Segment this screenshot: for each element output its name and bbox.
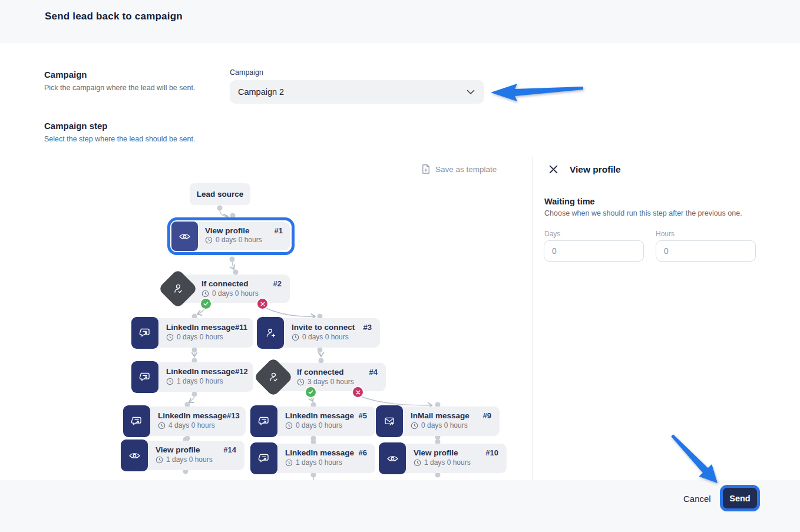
lead-source-node[interactable]: Lead source (190, 183, 250, 205)
days-input[interactable] (544, 240, 644, 262)
node-step-number: #14 (223, 445, 236, 454)
campaign-select-value: Campaign 2 (238, 87, 284, 97)
person-plus-icon (257, 317, 284, 349)
hours-input[interactable] (656, 240, 756, 262)
flow-node-inmail-message-9[interactable]: InMail message #9 0 days 0 hours (377, 407, 500, 436)
clock-icon (205, 236, 213, 244)
node-step-number: #9 (483, 411, 491, 420)
eye-icon (121, 440, 148, 471)
send-button[interactable]: Send (720, 485, 760, 511)
node-title: InMail message (411, 411, 470, 420)
node-title: LinkedIn message (166, 323, 235, 332)
file-plus-icon (421, 164, 431, 174)
flow-node-invite-to-connect-3[interactable]: Invite to connect #3 0 days 0 hours (258, 318, 380, 348)
node-step-number: #11 (235, 323, 247, 332)
node-title: View profile (414, 448, 458, 457)
node-step-number: #5 (359, 411, 367, 420)
panel-title: View profile (570, 164, 621, 175)
clock-icon (166, 333, 174, 341)
flow-node-view-profile-1-selected[interactable]: View profile #1 0 days 0 hours (167, 217, 295, 255)
message-icon (131, 361, 158, 393)
panel-divider (532, 157, 533, 480)
clock-icon (414, 459, 421, 467)
node-step-number: #10 (485, 448, 498, 457)
node-title: View profile (156, 445, 200, 454)
modal-header: Send lead back to campaign (0, 0, 800, 43)
clock-icon (411, 422, 418, 429)
clock-icon (201, 290, 209, 298)
condition-no-badge[interactable] (257, 299, 267, 309)
condition-yes-badge[interactable] (306, 387, 316, 397)
mail-icon (376, 405, 403, 437)
waiting-time-title: Waiting time (544, 197, 595, 206)
cancel-button[interactable]: Cancel (679, 490, 716, 507)
node-title: Invite to connect (292, 323, 355, 332)
campaign-field-label: Campaign (230, 68, 263, 77)
eye-icon (171, 222, 198, 251)
message-icon (250, 405, 277, 437)
node-title: LinkedIn message (285, 411, 354, 420)
clock-icon (166, 378, 174, 385)
save-as-template-button[interactable]: Save as template (421, 164, 497, 174)
campaign-section-label: Campaign (44, 70, 209, 80)
node-step-number: #3 (363, 323, 372, 332)
campaign-select[interactable]: Campaign 2 (230, 80, 484, 104)
hours-label: Hours (656, 230, 675, 238)
campaign-section-description: Pick the campaign where the lead will be… (44, 84, 209, 92)
node-step-number: #4 (369, 368, 378, 376)
chevron-down-icon (467, 90, 475, 95)
clock-icon (292, 333, 299, 341)
node-step-number: #1 (275, 226, 283, 235)
eye-icon (379, 442, 406, 474)
flow-node-linkedin-message-12[interactable]: LinkedIn message #12 1 days 0 hours (133, 362, 253, 392)
clock-icon (156, 456, 163, 464)
node-step-number: #13 (227, 411, 240, 420)
flow-node-linkedin-message-5[interactable]: LinkedIn message #5 0 days 0 hours (252, 407, 375, 436)
close-icon[interactable] (549, 165, 558, 174)
condition-no-badge[interactable] (353, 387, 363, 397)
flow-node-linkedin-message-11[interactable]: LinkedIn message #11 0 days 0 hours (133, 318, 253, 348)
node-step-number: #12 (235, 367, 248, 376)
message-icon (131, 317, 158, 349)
flow-node-view-profile-10[interactable]: View profile #10 1 days 0 hours (380, 444, 507, 473)
flow-node-view-profile-14[interactable]: View profile #14 1 days 0 hours (122, 441, 244, 470)
campaign-step-section-label: Campaign step (44, 121, 209, 131)
flow-node-linkedin-message-13[interactable]: LinkedIn message #13 4 days 0 hours (124, 407, 246, 436)
node-title: LinkedIn message (166, 367, 235, 376)
campaign-step-section-description: Select the step where the lead should be… (44, 135, 209, 143)
node-title: LinkedIn message (285, 448, 354, 457)
send-button-arrow (671, 434, 718, 483)
node-step-number: #2 (273, 279, 282, 288)
clock-icon (285, 459, 293, 467)
waiting-time-description: Choose when we should run this step afte… (544, 209, 742, 217)
message-icon (250, 442, 277, 474)
days-label: Days (544, 230, 560, 238)
node-title: If connected (201, 279, 249, 288)
node-step-number: #6 (359, 448, 367, 457)
campaign-select-arrow (491, 84, 583, 101)
campaign-step-section: Campaign step Select the step where the … (44, 121, 209, 143)
clock-icon (285, 422, 293, 429)
modal-title: Send lead back to campaign (45, 11, 183, 22)
clock-icon (297, 378, 305, 386)
message-icon (123, 405, 150, 437)
node-title: If connected (297, 368, 344, 376)
node-title: View profile (205, 226, 250, 235)
node-title: LinkedIn message (158, 411, 227, 420)
condition-yes-badge[interactable] (201, 299, 211, 309)
clock-icon (158, 422, 166, 429)
campaign-section: Campaign Pick the campaign where the lea… (44, 70, 209, 92)
flow-node-linkedin-message-6[interactable]: LinkedIn message #6 1 days 0 hours (252, 444, 375, 473)
